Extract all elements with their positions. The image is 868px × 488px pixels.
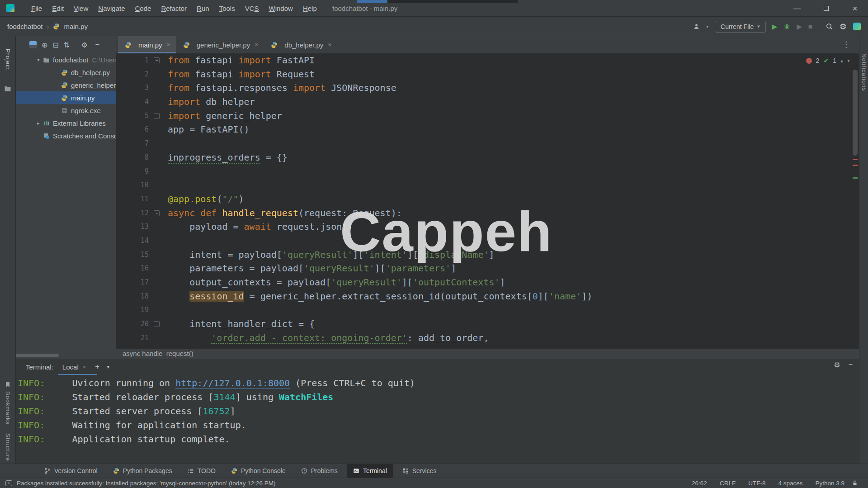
inspections-widget[interactable]: 2 ✔ 1 ▴ ▾ bbox=[806, 57, 850, 64]
tree-chevron-down-icon[interactable]: ▾ bbox=[35, 57, 42, 63]
menu-file[interactable]: File bbox=[26, 5, 47, 12]
code-text[interactable]: from fastapi import FastAPI bbox=[163, 53, 315, 67]
code-text[interactable]: intent_handler_dict = { bbox=[163, 317, 315, 331]
maximize-button[interactable] bbox=[819, 5, 833, 13]
tree-item-db-helper-py[interactable]: db_helper.py bbox=[16, 66, 116, 79]
code-text[interactable]: app = FastAPI() bbox=[163, 123, 250, 137]
chevron-down-icon[interactable]: ▾ bbox=[107, 364, 109, 370]
close-button[interactable]: × bbox=[848, 4, 862, 14]
search-everywhere-button[interactable] bbox=[826, 23, 833, 30]
tree-item-external-libraries[interactable]: ▸External Libraries bbox=[16, 117, 116, 129]
editor-tab-db-helper-py[interactable]: db_helper.py× bbox=[264, 36, 337, 53]
horizontal-scrollbar[interactable] bbox=[16, 354, 59, 357]
hide-panel-icon[interactable]: − bbox=[849, 360, 853, 369]
terminal-link[interactable]: http://127.0.0.1:8000 bbox=[175, 378, 290, 389]
collapse-all-icon[interactable]: ⊟ bbox=[52, 41, 58, 49]
tab-close-icon[interactable]: × bbox=[167, 41, 170, 48]
chevron-down-icon[interactable]: ▾ bbox=[706, 24, 708, 29]
status-line-ending[interactable]: CRLF bbox=[720, 480, 736, 487]
ok-stripe-mark[interactable] bbox=[853, 177, 858, 179]
run-configuration-select[interactable]: Current File ▾ bbox=[715, 21, 766, 33]
code-text[interactable]: 'order.add - context: ongoing-order': ad… bbox=[163, 331, 489, 345]
menu-code[interactable]: Code bbox=[130, 5, 156, 12]
error-stripe-mark[interactable] bbox=[853, 165, 858, 166]
status-interpreter[interactable]: Python 3.9 bbox=[815, 480, 844, 487]
error-stripe-mark[interactable] bbox=[853, 159, 858, 160]
expand-collapse-icon[interactable]: ⇅ bbox=[64, 41, 70, 49]
menu-vcs[interactable]: VCS bbox=[240, 5, 264, 12]
commit-author-icon[interactable] bbox=[693, 23, 700, 30]
status-indent[interactable]: 4 spaces bbox=[778, 480, 802, 487]
tree-item-foodchatbot[interactable]: ▾foodchatbotC:\Users bbox=[16, 53, 116, 66]
tool-stripe-notifications[interactable]: Notifications bbox=[861, 53, 868, 91]
tab-close-icon[interactable]: × bbox=[328, 41, 331, 48]
tool-stripe-project[interactable]: Project bbox=[5, 49, 11, 70]
code-text[interactable]: payload = await request.json() bbox=[163, 220, 353, 234]
tree-item-scratches-and-console[interactable]: Scratches and Console bbox=[16, 129, 116, 142]
terminal-tab-local[interactable]: Local × bbox=[61, 359, 88, 375]
code-text[interactable]: import db_helper bbox=[163, 95, 255, 109]
breadcrumb-project[interactable]: foodchatbot bbox=[7, 23, 42, 30]
editor-tab-generic-helper-py[interactable]: generic_helper.py× bbox=[176, 36, 264, 53]
toolwindow-button-python-packages[interactable]: Python Packages bbox=[107, 464, 179, 478]
stop-button[interactable]: ■ bbox=[808, 23, 812, 30]
code-text[interactable] bbox=[163, 165, 168, 179]
code-text[interactable]: inprogress_orders = {} bbox=[163, 151, 288, 165]
menu-window[interactable]: Window bbox=[264, 5, 298, 12]
toolwindow-button-python-console[interactable]: Python Console bbox=[225, 464, 292, 478]
menu-help[interactable]: Help bbox=[298, 5, 322, 12]
code-text[interactable]: import generic_helper bbox=[163, 109, 282, 123]
code-text[interactable] bbox=[163, 178, 168, 192]
editor-scrollbar[interactable] bbox=[853, 70, 858, 156]
toolwindow-button-services[interactable]: Services bbox=[396, 464, 443, 478]
status-caret-position[interactable]: 26:62 bbox=[692, 480, 707, 487]
close-icon[interactable]: × bbox=[83, 364, 86, 370]
terminal-output[interactable]: INFO: Uvicorn running on http://127.0.0.… bbox=[16, 375, 859, 446]
toolwindow-button-todo[interactable]: TODO bbox=[181, 464, 222, 478]
toolwindow-button-problems[interactable]: Problems bbox=[295, 464, 344, 478]
hide-panel-icon[interactable]: − bbox=[95, 41, 99, 49]
menu-navigate[interactable]: Navigate bbox=[93, 5, 130, 12]
tree-item-generic-helper-py[interactable]: generic_helper.py bbox=[16, 79, 116, 91]
code-text[interactable] bbox=[163, 303, 168, 317]
locate-file-icon[interactable]: ⊕ bbox=[42, 41, 47, 49]
tab-close-icon[interactable]: × bbox=[255, 41, 258, 48]
code-text[interactable]: @app.post("/") bbox=[163, 192, 244, 206]
tool-stripe-bookmarks[interactable]: Bookmarks bbox=[5, 391, 11, 425]
menu-view[interactable]: View bbox=[69, 5, 93, 12]
next-problem-icon[interactable]: ▾ bbox=[847, 57, 850, 64]
fold-icon[interactable]: − bbox=[154, 210, 160, 216]
gear-icon[interactable]: ⚙ bbox=[81, 41, 87, 49]
menu-refactor[interactable]: Refactor bbox=[156, 5, 192, 12]
debug-button[interactable] bbox=[783, 23, 790, 30]
code-text[interactable] bbox=[163, 137, 168, 151]
fold-icon[interactable]: − bbox=[154, 321, 160, 327]
lock-icon[interactable] bbox=[852, 480, 858, 486]
settings-gear-button[interactable]: ⚙ bbox=[840, 22, 847, 32]
tree-item-main-py[interactable]: main.py bbox=[16, 91, 116, 104]
code-text[interactable]: from fastapi import Request bbox=[163, 67, 315, 81]
status-encoding[interactable]: UTF-8 bbox=[748, 480, 765, 487]
menu-run[interactable]: Run bbox=[192, 5, 214, 12]
fold-icon[interactable]: − bbox=[154, 57, 160, 63]
tool-stripe-structure[interactable]: Structure bbox=[5, 433, 11, 461]
run-with-coverage-button[interactable]: ▶ bbox=[797, 23, 802, 31]
run-button[interactable]: ▶ bbox=[772, 23, 778, 31]
toolwindow-button-version-control[interactable]: Version Control bbox=[38, 464, 104, 478]
bookmark-icon[interactable] bbox=[4, 381, 11, 388]
breadcrumb-file[interactable]: main.py bbox=[64, 23, 88, 30]
tree-chevron-right-icon[interactable]: ▸ bbox=[35, 120, 42, 126]
status-message[interactable]: Packages installed successfully: Install… bbox=[17, 480, 275, 487]
editor-tab-main-py[interactable]: main.py× bbox=[118, 36, 176, 53]
toolwindow-button-terminal[interactable]: Terminal bbox=[347, 464, 393, 478]
minimize-button[interactable]: — bbox=[790, 5, 804, 13]
new-terminal-icon[interactable]: + bbox=[95, 362, 99, 371]
code-text[interactable]: session_id = generic_helper.extract_sess… bbox=[163, 289, 592, 303]
prev-problem-icon[interactable]: ▴ bbox=[840, 57, 843, 64]
code-text[interactable]: from fastapi.responses import JSONRespon… bbox=[163, 81, 396, 95]
project-view-icon[interactable] bbox=[29, 41, 37, 48]
code-text[interactable] bbox=[163, 234, 168, 248]
gear-icon[interactable]: ⚙ bbox=[834, 360, 840, 369]
tree-item-ngrok-exe[interactable]: ngrok.exe bbox=[16, 104, 116, 117]
fold-icon[interactable]: − bbox=[154, 113, 160, 119]
